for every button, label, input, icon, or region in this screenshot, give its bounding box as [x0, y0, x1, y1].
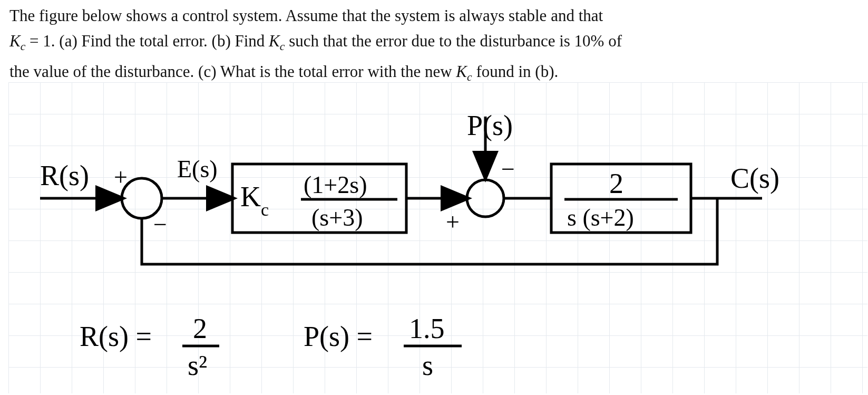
label-P-def-den: s [422, 350, 433, 381]
line2-end: such that the error due to the disturban… [285, 32, 622, 50]
label-E-s: E(s) [177, 156, 218, 182]
control-system-figure: R(s) + − E(s) Kc (1+2s) (s+3) P(s) + − 2… [8, 82, 867, 393]
label-sum1-minus: − [153, 211, 167, 238]
problem-statement: The figure below shows a control system.… [9, 3, 858, 90]
kc-symbol-1: Kc [9, 32, 25, 50]
label-R-def-den: s² [188, 350, 207, 381]
label-C-s: C(s) [730, 162, 779, 194]
diagram-svg: R(s) + − E(s) Kc (1+2s) (s+3) P(s) + − 2… [8, 82, 867, 393]
label-R-def-lhs: R(s) = [80, 321, 152, 352]
label-block2-den: s (s+2) [567, 204, 634, 231]
label-block2-num: 2 [609, 168, 623, 199]
label-block1-num: (1+2s) [304, 171, 367, 198]
label-P-def-num: 1.5 [409, 313, 445, 344]
label-P-s: P(s) [467, 110, 513, 141]
label-R-s: R(s) [40, 160, 89, 191]
label-P-def-lhs: P(s) = [304, 321, 373, 352]
line3-pre: the value of the disturbance. (c) What i… [9, 62, 456, 81]
label-R-def-num: 2 [193, 313, 207, 344]
kc-symbol-2: Kc [269, 32, 285, 50]
line3-end: found in (b). [472, 62, 559, 81]
label-block1-den: (s+3) [311, 204, 363, 231]
line1: The figure below shows a control system.… [9, 6, 603, 25]
label-sum2-plus: + [446, 208, 460, 235]
line2-mid: = 1. (a) Find the total error. (b) Find [25, 32, 269, 50]
label-sum2-minus: − [501, 156, 515, 182]
kc-symbol-3: Kc [456, 62, 472, 81]
label-sum1-plus: + [114, 163, 128, 190]
